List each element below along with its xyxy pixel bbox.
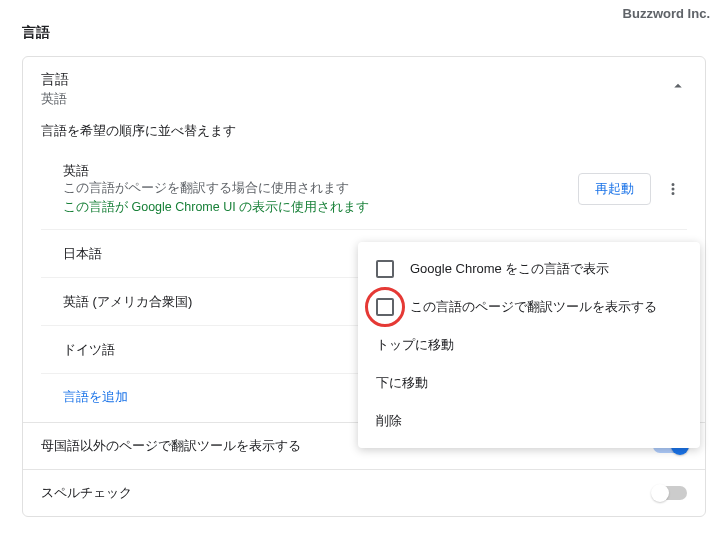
language-body: 英語 この言語がページを翻訳する場合に使用されます この言語が Google C… bbox=[63, 162, 578, 216]
menu-label: この言語のページで翻訳ツールを表示する bbox=[410, 298, 657, 316]
language-section-header[interactable]: 言語 英語 bbox=[23, 57, 705, 122]
language-item-english: 英語 この言語がページを翻訳する場合に使用されます この言語が Google C… bbox=[41, 154, 687, 229]
toggle-knob bbox=[651, 484, 669, 502]
checkbox-icon[interactable] bbox=[376, 298, 394, 316]
section-title: 言語 bbox=[41, 71, 669, 89]
language-context-menu: Google Chrome をこの言語で表示 この言語のページで翻訳ツールを表示… bbox=[358, 242, 700, 448]
page-title: 言語 bbox=[22, 24, 706, 42]
language-note: この言語がページを翻訳する場合に使用されます bbox=[63, 180, 578, 197]
menu-item-remove[interactable]: 削除 bbox=[358, 402, 700, 440]
menu-item-show-ui[interactable]: Google Chrome をこの言語で表示 bbox=[358, 250, 700, 288]
section-sub: 英語 bbox=[41, 91, 669, 108]
spellcheck-toggle[interactable] bbox=[653, 486, 687, 500]
menu-label: トップに移動 bbox=[376, 336, 454, 354]
sort-hint: 言語を希望の順序に並べ替えます bbox=[23, 122, 705, 154]
menu-item-show-tool[interactable]: この言語のページで翻訳ツールを表示する bbox=[358, 288, 700, 326]
watermark: Buzzword Inc. bbox=[623, 6, 710, 21]
spellcheck-toggle-row: スペルチェック bbox=[23, 469, 705, 516]
menu-label: 下に移動 bbox=[376, 374, 428, 392]
spellcheck-toggle-label: スペルチェック bbox=[41, 484, 653, 502]
section-titles: 言語 英語 bbox=[41, 71, 669, 108]
menu-label: 削除 bbox=[376, 412, 402, 430]
menu-label: Google Chrome をこの言語で表示 bbox=[410, 260, 609, 278]
language-ui-note: この言語が Google Chrome UI の表示に使用されます bbox=[63, 199, 578, 216]
menu-item-move-top[interactable]: トップに移動 bbox=[358, 326, 700, 364]
restart-button[interactable]: 再起動 bbox=[578, 173, 651, 205]
kebab-icon[interactable] bbox=[659, 175, 687, 203]
chevron-up-icon[interactable] bbox=[669, 77, 687, 98]
menu-item-move-down[interactable]: 下に移動 bbox=[358, 364, 700, 402]
language-name: 英語 bbox=[63, 162, 578, 180]
checkbox-icon[interactable] bbox=[376, 260, 394, 278]
